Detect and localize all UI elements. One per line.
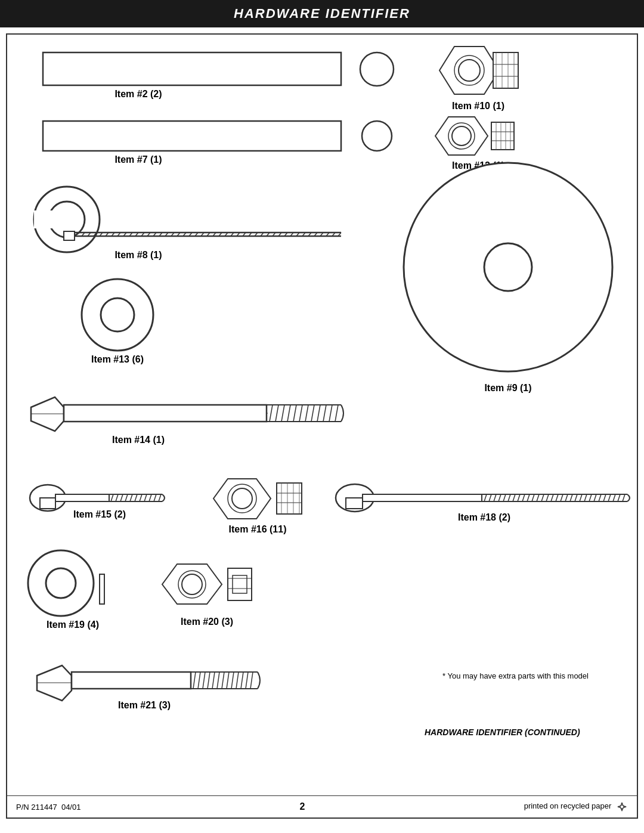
svg-text:Item #21 (3): Item #21 (3) bbox=[118, 700, 171, 710]
svg-line-92 bbox=[281, 405, 284, 422]
svg-line-155 bbox=[570, 494, 572, 501]
svg-rect-182 bbox=[72, 672, 191, 689]
item8-group: Item #8 (1) bbox=[34, 187, 341, 260]
svg-line-165 bbox=[618, 494, 620, 501]
svg-line-197 bbox=[250, 672, 253, 689]
svg-line-101 bbox=[335, 405, 338, 422]
svg-text:Item #20 (3): Item #20 (3) bbox=[181, 617, 233, 627]
svg-text:Item #8 (1): Item #8 (1) bbox=[114, 250, 162, 260]
svg-text:* You may have extra parts wit: * You may have extra parts with this mod… bbox=[442, 671, 589, 680]
svg-line-110 bbox=[116, 494, 118, 501]
svg-line-114 bbox=[135, 494, 137, 501]
svg-line-97 bbox=[311, 405, 314, 422]
svg-line-113 bbox=[130, 494, 132, 501]
svg-text:Item #10 (1): Item #10 (1) bbox=[452, 101, 504, 111]
footer-pn: P/N 211447 04/01 bbox=[16, 803, 80, 812]
svg-point-201 bbox=[620, 805, 624, 809]
svg-line-189 bbox=[212, 672, 215, 689]
item19-group: Item #19 (4) bbox=[28, 550, 104, 630]
svg-point-169 bbox=[46, 568, 76, 598]
svg-line-137 bbox=[484, 494, 487, 501]
svg-line-98 bbox=[317, 405, 320, 422]
svg-rect-14 bbox=[43, 121, 341, 151]
svg-line-156 bbox=[575, 494, 577, 501]
svg-rect-87 bbox=[64, 405, 267, 422]
item13-group: Item #13 (6) bbox=[82, 279, 153, 364]
svg-line-190 bbox=[217, 672, 219, 689]
svg-line-146 bbox=[527, 494, 530, 501]
svg-text:Item #9 (1): Item #9 (1) bbox=[484, 383, 531, 393]
item15-group: Item #15 (2) bbox=[30, 485, 165, 519]
svg-text:Item #16 (11): Item #16 (11) bbox=[229, 524, 287, 534]
svg-text:Item #15 (2): Item #15 (2) bbox=[73, 509, 126, 519]
item10-group: Item #10 (1) bbox=[439, 47, 518, 111]
svg-point-80 bbox=[484, 243, 532, 291]
item16-group: Item #16 (11) bbox=[213, 479, 302, 534]
svg-line-140 bbox=[499, 494, 501, 501]
svg-rect-133 bbox=[346, 498, 363, 509]
svg-rect-0 bbox=[43, 52, 341, 85]
svg-line-100 bbox=[329, 405, 332, 422]
item9-group: Item #9 (1) bbox=[404, 163, 612, 393]
svg-text:Item #2 (2): Item #2 (2) bbox=[114, 89, 162, 99]
svg-line-138 bbox=[489, 494, 491, 501]
svg-text:HARDWARE IDENTIFIER (CONTINUED: HARDWARE IDENTIFIER (CONTINUED) bbox=[425, 727, 580, 737]
svg-line-90 bbox=[270, 405, 273, 422]
svg-point-4 bbox=[459, 60, 480, 81]
header-title: HARDWARE IDENTIFIER bbox=[234, 6, 410, 21]
svg-text:Item #14 (1): Item #14 (1) bbox=[112, 435, 165, 445]
svg-line-139 bbox=[494, 494, 496, 501]
svg-point-83 bbox=[101, 298, 134, 332]
item14-group: Item #14 (1) bbox=[31, 397, 343, 445]
svg-line-141 bbox=[503, 494, 506, 501]
svg-line-117 bbox=[149, 494, 151, 501]
svg-line-143 bbox=[513, 494, 515, 501]
item18-group: Item #18 (2) bbox=[336, 484, 630, 522]
svg-line-147 bbox=[532, 494, 534, 501]
svg-line-163 bbox=[608, 494, 611, 501]
svg-line-96 bbox=[305, 405, 308, 422]
item20-group: Item #20 (3) bbox=[162, 564, 252, 627]
svg-line-188 bbox=[208, 672, 210, 689]
svg-line-116 bbox=[144, 494, 147, 501]
svg-line-94 bbox=[293, 405, 296, 422]
svg-line-192 bbox=[227, 672, 229, 689]
svg-point-18 bbox=[452, 126, 471, 145]
svg-line-152 bbox=[556, 494, 558, 501]
svg-line-191 bbox=[222, 672, 224, 689]
svg-line-119 bbox=[159, 494, 161, 501]
item21-group: Item #21 (3) bbox=[37, 665, 260, 710]
svg-line-112 bbox=[125, 494, 128, 501]
svg-line-99 bbox=[323, 405, 326, 422]
svg-line-157 bbox=[580, 494, 582, 501]
svg-rect-30 bbox=[34, 210, 67, 228]
svg-line-166 bbox=[623, 494, 625, 501]
svg-line-164 bbox=[613, 494, 615, 501]
svg-text:Item #19 (4): Item #19 (4) bbox=[47, 620, 99, 630]
svg-line-162 bbox=[603, 494, 606, 501]
svg-line-115 bbox=[140, 494, 142, 501]
svg-point-2 bbox=[360, 52, 394, 86]
svg-line-150 bbox=[546, 494, 549, 501]
svg-line-160 bbox=[594, 494, 596, 501]
svg-rect-106 bbox=[55, 494, 109, 501]
svg-line-145 bbox=[522, 494, 525, 501]
hardware-diagram: Item #2 (2) Item #10 (1) Item #7 (1) bbox=[7, 35, 639, 792]
svg-line-111 bbox=[120, 494, 123, 501]
svg-line-185 bbox=[193, 672, 196, 689]
svg-line-194 bbox=[236, 672, 239, 689]
svg-line-161 bbox=[599, 494, 601, 501]
item7-group: Item #7 (1) bbox=[43, 121, 341, 165]
svg-point-173 bbox=[182, 574, 202, 594]
header: HARDWARE IDENTIFIER bbox=[0, 0, 644, 27]
footer-page: 2 bbox=[300, 801, 305, 812]
svg-line-153 bbox=[561, 494, 563, 501]
svg-line-142 bbox=[508, 494, 510, 501]
svg-line-158 bbox=[584, 494, 587, 501]
svg-line-91 bbox=[275, 405, 278, 422]
svg-text:Item #18 (2): Item #18 (2) bbox=[458, 512, 510, 522]
svg-line-196 bbox=[246, 672, 248, 689]
svg-line-193 bbox=[231, 672, 234, 689]
svg-line-93 bbox=[287, 405, 290, 422]
svg-line-195 bbox=[241, 672, 243, 689]
